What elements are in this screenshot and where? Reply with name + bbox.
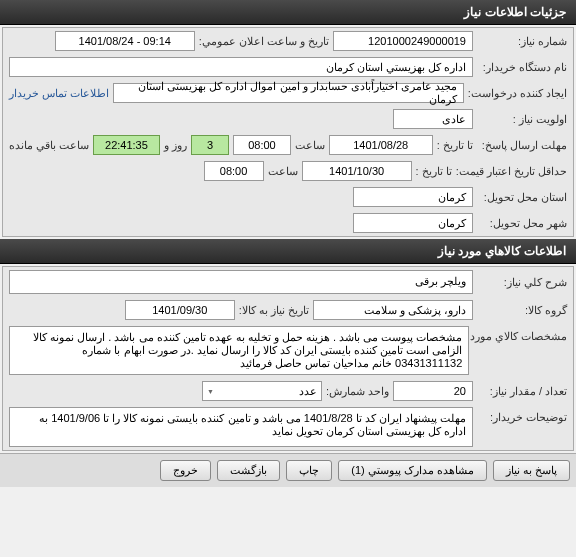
goods-info-title: اطلاعات کالاهاي مورد نیاز [438, 244, 566, 258]
need-number-field: 1201000249000019 [333, 31, 473, 51]
goods-info-header: اطلاعات کالاهاي مورد نیاز [0, 239, 576, 264]
goods-group-label: گروه کالا: [477, 304, 567, 317]
need-number-label: شماره نیاز: [477, 35, 567, 48]
request-creator-field: مجید عامری اختیاراًبادی حسابدار و امین ا… [113, 83, 464, 103]
priority-label: اولويت نياز : [477, 113, 567, 126]
buyer-notes-field: مهلت پیشنهاد ایران کد تا 1401/8/28 می با… [9, 407, 473, 447]
back-button[interactable]: بازگشت [217, 460, 280, 481]
contact-info-link[interactable]: اطلاعات تماس خریدار [9, 87, 109, 100]
goods-spec-label: مشخصات کالاي مورد نياز [473, 326, 567, 343]
price-validity-date: 1401/10/30 [302, 161, 412, 181]
priority-field: عادی [393, 109, 473, 129]
reply-until-date: 1401/08/28 [329, 135, 433, 155]
time-label-2: ساعت [268, 165, 298, 178]
reply-until-time: 08:00 [233, 135, 290, 155]
need-title-label: شرح کلي نیاز: [477, 276, 567, 289]
until-date-label-1: تا تاریخ : [437, 139, 473, 152]
goods-section: شرح کلي نیاز: ویلچر برقی گروه کالا: دارو… [2, 266, 574, 451]
until-date-label-2: تا تاریخ : [416, 165, 452, 178]
unit-value: عدد [299, 385, 317, 398]
need-title-field: ویلچر برقی [9, 270, 473, 294]
price-validity-label: حداقل تاریخ اعتبار قیمت: [456, 165, 567, 178]
attachments-button[interactable]: مشاهده مدارک پیوستي (1) [338, 460, 487, 481]
delivery-province-label: استان محل تحویل: [477, 191, 567, 204]
delivery-city-label: شهر محل تحویل: [477, 217, 567, 230]
need-date-label: تاریخ نیاز به کالا: [239, 304, 309, 317]
print-button[interactable]: چاپ [286, 460, 332, 481]
announce-datetime-label: تاریخ و ساعت اعلان عمومي: [199, 35, 329, 48]
price-validity-time: 08:00 [204, 161, 264, 181]
announce-datetime-field: 1401/08/24 - 09:14 [55, 31, 195, 51]
buyer-notes-label: توضیحات خریدار: [477, 407, 567, 424]
reply-button[interactable]: پاسخ به نیاز [493, 460, 570, 481]
reply-deadline-label: مهلت ارسال پاسخ: [477, 139, 567, 152]
need-info-header: جزئیات اطلاعات نیاز [0, 0, 576, 25]
exit-button[interactable]: خروج [160, 460, 211, 481]
request-creator-label: ایجاد کننده درخواست: [468, 87, 567, 100]
unit-label: واحد شمارش: [326, 385, 389, 398]
need-details-section: شماره نیاز: 1201000249000019 تاریخ و ساع… [2, 27, 574, 237]
need-info-title: جزئیات اطلاعات نیاز [464, 5, 566, 19]
days-remaining: 3 [191, 135, 229, 155]
unit-dropdown[interactable]: عدد [202, 381, 322, 401]
time-label-1: ساعت [295, 139, 325, 152]
remaining-label: ساعت باقي مانده [9, 139, 89, 152]
goods-group-field: دارو، پزشکی و سلامت [313, 300, 473, 320]
qty-field: 20 [393, 381, 473, 401]
buyer-org-field: اداره کل بهزيستي استان کرمان [9, 57, 473, 77]
time-remaining: 22:41:35 [93, 135, 160, 155]
buyer-org-label: نام دستگاه خریدار: [477, 61, 567, 74]
delivery-city-field: کرمان [353, 213, 473, 233]
button-bar: پاسخ به نیاز مشاهده مدارک پیوستي (1) چاپ… [0, 453, 576, 487]
qty-label: تعداد / مقدار نیاز: [477, 385, 567, 398]
need-date-field: 1401/09/30 [125, 300, 235, 320]
days-and-label: روز و [164, 139, 187, 152]
goods-spec-field: مشخصات پیوست می باشد . هزینه حمل و تخلیه… [9, 326, 469, 375]
delivery-province-field: کرمان [353, 187, 473, 207]
